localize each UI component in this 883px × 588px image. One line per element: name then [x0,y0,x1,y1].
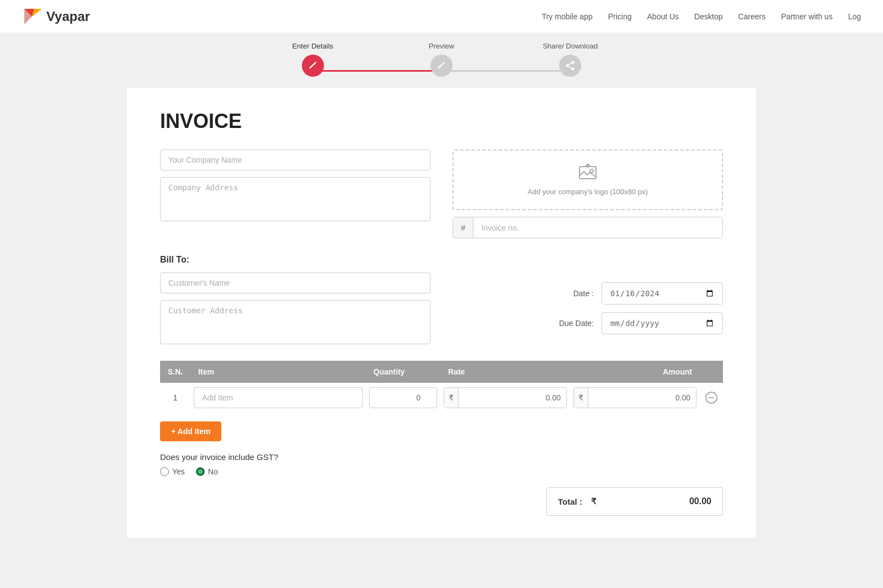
quantity-input[interactable] [369,387,437,408]
nav-desktop[interactable]: Desktop [694,12,722,21]
share-icon [565,60,576,71]
step-label-share: Share/ Download [542,42,598,50]
progress-circle-1 [302,55,324,77]
amount-input[interactable] [588,388,696,408]
nav-try-mobile[interactable]: Try mobile app [542,12,593,21]
company-name-input[interactable] [160,149,430,170]
gst-radio-group: Yes No [160,467,723,476]
due-date-input[interactable] [602,312,723,334]
row-sn: 1 [160,383,190,413]
row-qty-cell [366,383,440,413]
total-section: Total : ₹ 00.00 [160,487,723,516]
logo-upload-area[interactable]: Add your company's logo (100x80 px) [453,149,723,210]
invoice-hash-symbol: # [453,217,474,238]
rate-input[interactable] [459,388,566,408]
logo-invoice-fields: Add your company's logo (100x80 px) # [453,149,723,238]
rate-currency: ₹ [444,388,459,408]
app-header: Vyapar Try mobile app Pricing About Us D… [0,0,883,33]
nav-pricing[interactable]: Pricing [608,12,632,21]
svg-point-9 [590,169,593,173]
bill-to-title: Bill To: [160,255,723,265]
gst-yes-radio[interactable] [160,467,169,476]
invoice-number-row: # [453,217,723,238]
step-label-preview: Preview [429,42,454,50]
progress-container: Enter Details Preview [248,42,635,77]
date-input[interactable] [602,282,723,304]
rate-wrap: ₹ [444,387,567,408]
total-box: Total : ₹ 00.00 [546,487,723,516]
gst-no-label[interactable]: No [196,467,218,476]
total-value: 00.00 [608,488,722,515]
progress-circle-3 [559,55,581,77]
date-row: Date : [453,282,723,304]
remove-item-button[interactable] [703,389,720,406]
pencil-icon [436,60,447,71]
th-rate: Rate [440,361,570,383]
main-content: INVOICE [0,77,883,549]
progress-step-share: Share/ Download [506,42,635,77]
customer-name-input[interactable] [160,272,430,293]
progress-bar: Enter Details Preview [0,33,883,77]
due-date-label: Due Date: [555,319,594,328]
row-remove-cell [700,383,723,413]
main-nav: Try mobile app Pricing About Us Desktop … [542,12,861,21]
date-label: Date : [555,289,594,298]
th-sn: S.N. [160,361,190,383]
logo-text: Vyapar [46,9,90,24]
due-date-row: Due Date: [453,312,723,334]
nav-log[interactable]: Log [848,12,861,21]
svg-line-6 [567,62,573,66]
customer-fields [160,272,430,344]
edit-icon [307,60,318,71]
top-section: Add your company's logo (100x80 px) # [160,149,723,238]
date-fields: Date : Due Date: [453,272,723,344]
row-amount-cell: ₹ [570,383,700,413]
svg-line-7 [567,66,573,69]
image-upload-icon [579,164,597,183]
th-amount: Amount [570,361,700,383]
item-name-input[interactable] [194,387,362,408]
customer-address-input[interactable] [160,300,430,344]
items-table-body: 1 ₹ ₹ [160,383,723,413]
progress-circle-2 [430,55,453,77]
bill-to-section: Bill To: Date : Due Date: [160,255,723,344]
gst-no-text: No [208,467,218,476]
row-rate-cell: ₹ [440,383,570,413]
step-label-enter-details: Enter Details [292,42,333,50]
invoice-card: INVOICE [127,88,756,538]
row-item-cell [190,383,365,413]
items-table-header: S.N. Item Quantity Rate Amount [160,361,723,383]
invoice-number-input[interactable] [474,217,722,238]
total-rupee-symbol: ₹ [591,496,597,506]
items-table: S.N. Item Quantity Rate Amount 1 [160,361,723,413]
logo-icon [22,7,42,26]
amount-wrap: ₹ [573,387,696,408]
gst-question: Does your invoice include GST? [160,452,723,462]
company-address-input[interactable] [160,177,430,221]
remove-circle-icon [705,392,717,404]
gst-yes-label[interactable]: Yes [160,467,185,476]
logo-upload-text: Add your company's logo (100x80 px) [528,188,648,196]
nav-about[interactable]: About Us [647,12,679,21]
th-quantity: Quantity [366,361,440,383]
nav-careers[interactable]: Careers [738,12,765,21]
invoice-title: INVOICE [160,110,723,133]
svg-rect-8 [579,167,596,179]
table-row: 1 ₹ ₹ [160,383,723,413]
th-item: Item [190,361,365,383]
bill-to-row: Date : Due Date: [160,272,723,344]
total-label: Total : ₹ [547,488,608,515]
gst-yes-text: Yes [172,467,185,476]
gst-no-radio[interactable] [196,467,205,476]
add-item-button[interactable]: + Add Item [160,421,221,441]
nav-partner[interactable]: Partner with us [781,12,832,21]
amount-currency: ₹ [574,388,588,408]
progress-step-preview: Preview [377,42,506,77]
progress-step-enter-details: Enter Details [248,42,377,77]
company-fields [160,149,430,238]
logo[interactable]: Vyapar [22,7,90,26]
gst-section: Does your invoice include GST? Yes No [160,452,723,476]
